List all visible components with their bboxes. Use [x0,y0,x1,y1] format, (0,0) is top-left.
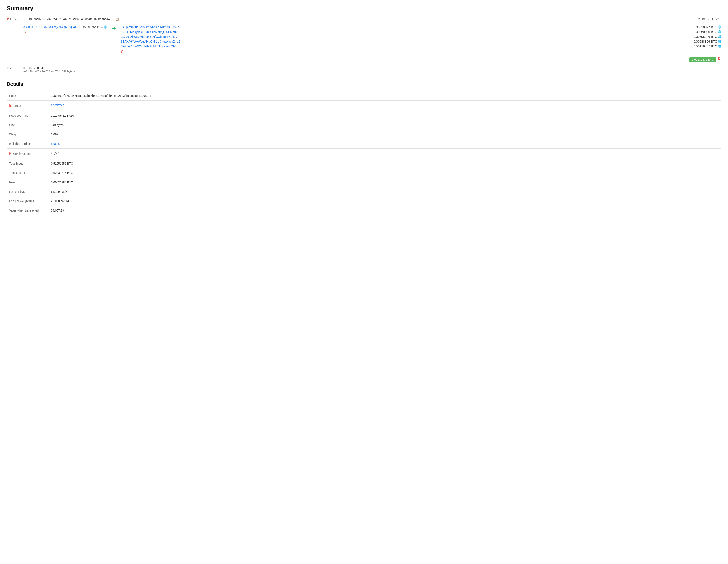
detail-row-total-output: Total Output 0.52230376 BTC [7,168,721,178]
detail-value-block: 580267 [48,139,721,149]
detail-label-size: Size [7,120,48,130]
detail-label-block: Included in Block [7,139,48,149]
output-addr-3[interactable]: 3Gta6s2b63Ke68Z4m61NfGwfoqcHqGfo7V [121,35,178,38]
output-amount-text-1: 0.00318827 BTC [694,25,717,29]
output-row-2: 1ABxjoM6XywDLRkbDHfNvYn6jcUxEiyYmd 0.003… [121,30,721,34]
arrow-icon: ➔ [112,26,116,31]
annotation-c: C [121,50,123,54]
globe-icon-4: 🌐 [718,40,721,43]
detail-label-fees: Fees [7,178,48,187]
detail-value-fee-per-byte: 61.149 sat/B [48,187,721,197]
details-section: Details Hash 196eba07f176e457c48216ab87b… [7,81,721,215]
block-link[interactable]: 580267 [51,142,61,145]
detail-row-fees: Fees 0.00021280 BTC [7,178,721,187]
page-title: Summary [7,5,721,12]
output-amount-text-3: 0.00695886 BTC [694,35,717,38]
detail-value-total-input: 0.52251656 BTC [48,159,721,168]
detail-label-hash: Hash [7,91,48,101]
detail-value-total-output: 0.52230376 BTC [48,168,721,178]
fee-value: 0.00021280 BTC (61.149 sat/B · 20.038 sa… [23,66,75,73]
detail-value-value-transacted: $4,057.29 [48,206,721,215]
output-addr-4[interactable]: 3BAXA6YotAWouuTyaQMrJ1jC4uaKWnZnUZ [121,40,180,43]
total-output-badge: 0.52230376 BTC [689,57,717,62]
output-row-5: 3FGJec1bmNQih1AbpHtNfz6bjNKjm87Gr1 0.501… [121,44,721,48]
detail-label-received-time: Received Time [7,111,48,120]
fee-main: 0.00021280 BTC [23,66,75,70]
detail-row-fee-per-byte: Fee per byte 61.149 sat/B [7,187,721,197]
output-addr-5[interactable]: 3FGJec1bmNQih1AbpHtNfz6bjNKjm87Gr1 [121,45,177,48]
detail-row-weight: Weight 1,062 [7,130,721,139]
timestamp: 2019-06-11 17:10 [698,17,721,21]
detail-value-size: 348 bytes [48,120,721,130]
summary-section: Summary A Hash 196eba07f176e457c48216ab8… [7,5,721,73]
detail-label-total-output: Total Output [7,168,48,178]
globe-icon-3: 🌐 [718,35,721,38]
globe-icon-1: 🌐 [718,25,721,29]
input-item: 33drUaJDF7H7xMb3UPhjzNWqK7rkju4tZn 0.522… [23,25,107,29]
output-addr-1[interactable]: 1AupRNbu8qEeXx12LVRxXeJ7um3BJLrnZ7 [121,25,179,29]
output-amount-5: 0.50176857 BTC 🌐 [694,44,721,48]
input-address[interactable]: 33drUaJDF7H7xMb3UPhjzNWqK7rkju4tZn [23,25,79,29]
globe-icon-5: 🌐 [718,45,721,48]
detail-label-value-transacted: Value when transacted [7,206,48,215]
detail-label-confirmations: F Confirmations [7,149,48,159]
hash-label: Hash [10,17,27,21]
output-amount-text-2: 0.00350000 BTC [694,30,717,34]
detail-row-received-time: Received Time 2019-06-11 17:10 [7,111,721,120]
input-amount: 0.52251656 BTC 🌐 [81,25,107,29]
output-amount-2: 0.00350000 BTC 🌐 [694,30,721,34]
outputs-section: 1AupRNbu8qEeXx12LVRxXeJ7um3BJLrnZ7 0.003… [121,25,721,62]
detail-row-total-input: Total Input 0.52251656 BTC [7,159,721,168]
annotation-f: F [9,152,11,156]
detail-label-total-input: Total Input [7,159,48,168]
detail-label-fee-per-wu: Fee per weight unit [7,197,48,206]
detail-value-fee-per-wu: 20.038 sat/WU [48,197,721,206]
detail-label-fee-per-byte: Fee per byte [7,187,48,197]
globe-icon-input: 🌐 [104,25,107,29]
output-row-1: 1AupRNbu8qEeXx12LVRxXeJ7um3BJLrnZ7 0.003… [121,25,721,29]
output-row-4: 3BAXA6YotAWouuTyaQMrJ1jC4uaKWnZnUZ 0.006… [121,40,721,43]
detail-value-received-time: 2019-06-11 17:10 [48,111,721,120]
arrow-container: ➔ [112,25,116,31]
detail-row-block: Included in Block 580267 [7,139,721,149]
detail-row-size: Size 348 bytes [7,120,721,130]
output-amount-4: 0.00688806 BTC 🌐 [694,40,721,43]
detail-row-fee-per-wu: Fee per weight unit 20.038 sat/WU [7,197,721,206]
detail-row-value-transacted: Value when transacted $4,057.29 [7,206,721,215]
output-amount-text-5: 0.50176857 BTC [694,44,717,48]
hash-short: 196eba07f176e457c48216ab87b52197848f8b4f… [29,17,114,21]
fee-sub: (61.149 sat/B · 20.038 sat/WU · 348 byte… [23,70,75,73]
detail-value-confirmations: 25,501 [48,149,721,159]
annotation-e: E [9,104,12,108]
detail-value-fees: 0.00021280 BTC [48,178,721,187]
detail-value-weight: 1,062 [48,130,721,139]
detail-value-status: Confirmed [48,101,721,111]
fee-label: Fee [7,66,23,70]
detail-label-weight: Weight [7,130,48,139]
detail-row-status: E Status Confirmed [7,101,721,111]
output-amount-3: 0.00695886 BTC 🌐 [694,35,721,38]
annotation-d: D [718,57,720,61]
copy-icon[interactable]: 📋 [115,17,119,21]
output-addr-2[interactable]: 1ABxjoM6XywDLRkbDHfNvYn6jcUxEiyYmd [121,30,178,34]
details-table: Hash 196eba07f176e457c48216ab87b52197848… [7,91,721,215]
output-amount-1: 0.00318827 BTC 🌐 [694,25,721,29]
globe-icon-2: 🌐 [718,30,721,33]
outputs-column: 1AupRNbu8qEeXx12LVRxXeJ7um3BJLrnZ7 0.003… [121,25,721,54]
detail-label-status: E Status [7,101,48,111]
detail-row-confirmations: F Confirmations 25,501 [7,149,721,159]
details-title: Details [7,81,721,87]
detail-value-hash: 196eba07f176e457c48216ab87b52197848f8b4f… [48,91,721,101]
output-amount-text-4: 0.00688806 BTC [694,40,717,43]
inputs-column: 33drUaJDF7H7xMb3UPhjzNWqK7rkju4tZn 0.522… [23,25,107,34]
annotation-b: B [23,30,26,34]
detail-row-hash: Hash 196eba07f176e457c48216ab87b52197848… [7,91,721,101]
output-row-3: 3Gta6s2b63Ke68Z4m61NfGwfoqcHqGfo7V 0.006… [121,35,721,38]
annotation-a: A [7,17,9,21]
